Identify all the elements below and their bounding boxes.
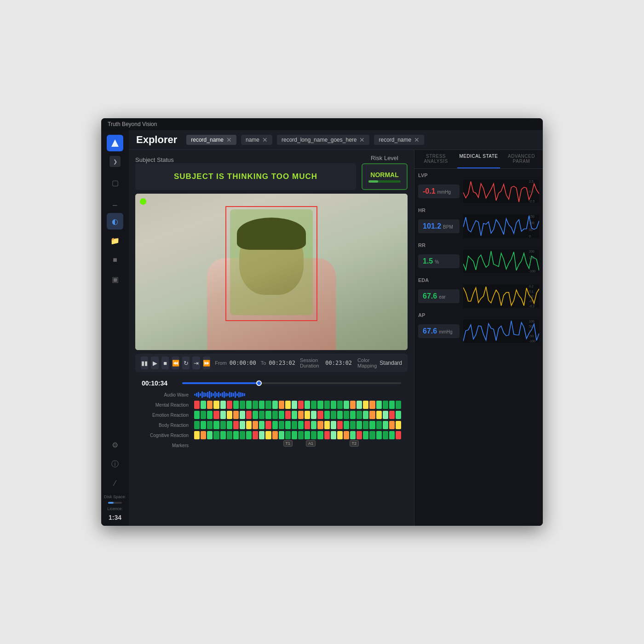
heat-cell[interactable]: [350, 421, 356, 429]
heat-cell[interactable]: [246, 421, 252, 429]
heat-cell[interactable]: [272, 411, 278, 419]
heat-cell[interactable]: [292, 421, 297, 429]
heat-cell[interactable]: [298, 431, 304, 439]
heat-cell[interactable]: [194, 431, 200, 439]
heat-cell[interactable]: [220, 421, 226, 429]
heat-cell[interactable]: [246, 431, 252, 439]
heat-cell[interactable]: [344, 411, 349, 419]
heat-cell[interactable]: [396, 421, 401, 429]
heat-cell[interactable]: [292, 401, 297, 409]
sidebar-item-chat[interactable]: ■: [107, 252, 123, 268]
sidebar-item-info[interactable]: ⓘ: [107, 456, 123, 472]
heat-cell[interactable]: [317, 431, 323, 439]
heat-cell[interactable]: [389, 411, 395, 419]
heat-cell[interactable]: [201, 431, 206, 439]
heat-cell[interactable]: [350, 431, 356, 439]
heat-cell[interactable]: [298, 411, 304, 419]
tab-record-long[interactable]: record_long_name_goes_here ✕: [277, 135, 369, 145]
scrubber[interactable]: [182, 380, 401, 386]
heat-cell[interactable]: [213, 421, 219, 429]
heat-cell[interactable]: [240, 411, 245, 419]
heat-cell[interactable]: [220, 431, 226, 439]
heat-cell[interactable]: [383, 421, 388, 429]
tab-name[interactable]: name ✕: [241, 135, 272, 145]
timeline-handle[interactable]: [256, 380, 262, 386]
heat-cell[interactable]: [324, 411, 330, 419]
heat-cell[interactable]: [207, 421, 213, 429]
trim-button[interactable]: ⇥: [192, 356, 200, 369]
heat-cell[interactable]: [350, 411, 356, 419]
tab-close-3[interactable]: ✕: [359, 137, 365, 143]
heat-cell[interactable]: [396, 401, 401, 409]
heat-cell[interactable]: [331, 411, 336, 419]
heat-cell[interactable]: [285, 431, 291, 439]
heat-cell[interactable]: [344, 401, 349, 409]
heat-cell[interactable]: [265, 431, 271, 439]
heat-cell[interactable]: [207, 401, 213, 409]
heat-cell[interactable]: [259, 431, 264, 439]
tab-record-name-1[interactable]: record_name ✕: [186, 135, 236, 145]
sidebar-item-gear[interactable]: ⚙: [107, 437, 123, 453]
heat-cell[interactable]: [389, 401, 395, 409]
heat-cell[interactable]: [240, 431, 245, 439]
heat-cell[interactable]: [317, 411, 323, 419]
heat-cell[interactable]: [272, 421, 278, 429]
heat-cell[interactable]: [194, 421, 200, 429]
heat-cell[interactable]: [259, 401, 264, 409]
heat-cell[interactable]: [363, 411, 368, 419]
sidebar-item-analysis[interactable]: ◐: [107, 213, 123, 230]
heat-cell[interactable]: [350, 401, 356, 409]
heat-cell[interactable]: [259, 421, 264, 429]
heat-cell[interactable]: [324, 401, 330, 409]
heat-cell[interactable]: [227, 401, 232, 409]
heat-cell[interactable]: [331, 421, 336, 429]
pause-button[interactable]: ▮▮: [141, 356, 148, 369]
heat-cell[interactable]: [265, 411, 271, 419]
heat-cell[interactable]: [356, 421, 362, 429]
heat-cell[interactable]: [363, 431, 368, 439]
tab-medical-state[interactable]: Medical State: [457, 150, 500, 168]
heat-cell[interactable]: [324, 421, 330, 429]
heat-cell[interactable]: [298, 421, 304, 429]
sidebar-toggle[interactable]: ❯: [109, 156, 121, 167]
heat-cell[interactable]: [311, 411, 316, 419]
heat-cell[interactable]: [272, 401, 278, 409]
heat-cell[interactable]: [259, 411, 264, 419]
heat-cell[interactable]: [311, 401, 316, 409]
heat-cell[interactable]: [356, 401, 362, 409]
rewind-button[interactable]: ⏪: [172, 356, 179, 369]
heat-cell[interactable]: [317, 401, 323, 409]
heat-cell[interactable]: [376, 431, 382, 439]
heat-cell[interactable]: [279, 431, 284, 439]
sidebar-item-trend[interactable]: ∕: [107, 475, 123, 492]
heat-cell[interactable]: [227, 431, 232, 439]
sidebar-item-video[interactable]: ▢: [107, 174, 123, 191]
heat-cell[interactable]: [383, 401, 388, 409]
replay-button[interactable]: ↻: [182, 356, 190, 369]
heat-cell[interactable]: [194, 411, 200, 419]
heat-cell[interactable]: [246, 411, 252, 419]
heat-cell[interactable]: [279, 411, 284, 419]
heat-cell[interactable]: [396, 411, 401, 419]
heat-cell[interactable]: [233, 431, 239, 439]
heat-cell[interactable]: [383, 411, 388, 419]
heat-cell[interactable]: [285, 401, 291, 409]
heat-cell[interactable]: [383, 431, 388, 439]
heat-cell[interactable]: [194, 401, 200, 409]
sidebar-item-folder[interactable]: 📁: [107, 232, 123, 249]
heat-cell[interactable]: [311, 421, 316, 429]
tab-advanced-param[interactable]: Advanced Param: [500, 150, 543, 168]
heat-cell[interactable]: [246, 401, 252, 409]
heat-cell[interactable]: [305, 421, 310, 429]
heat-cell[interactable]: [279, 401, 284, 409]
heat-cell[interactable]: [253, 431, 258, 439]
heat-cell[interactable]: [298, 401, 304, 409]
heat-cell[interactable]: [253, 421, 258, 429]
heat-cell[interactable]: [207, 431, 213, 439]
heat-cell[interactable]: [285, 421, 291, 429]
heat-cell[interactable]: [265, 421, 271, 429]
heat-cell[interactable]: [213, 401, 219, 409]
forward-button[interactable]: ⏩: [203, 356, 210, 369]
heat-cell[interactable]: [376, 411, 382, 419]
heat-cell[interactable]: [324, 431, 330, 439]
